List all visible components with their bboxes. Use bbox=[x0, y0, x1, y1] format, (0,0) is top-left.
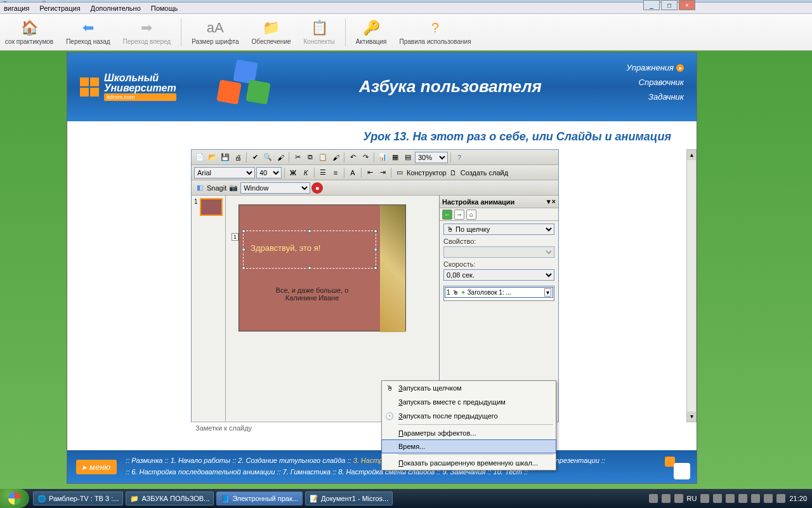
taskbar-item[interactable]: 📘Электронный прак... bbox=[216, 491, 303, 505]
system-tray[interactable]: RU 21:20 bbox=[649, 494, 812, 503]
tray-icon[interactable] bbox=[674, 494, 683, 503]
zoom-select[interactable]: 30% bbox=[415, 152, 448, 163]
item-dropdown-icon[interactable]: ▾ bbox=[544, 288, 551, 297]
tray-icon[interactable] bbox=[649, 494, 658, 503]
paste-icon[interactable]: 📋 bbox=[317, 152, 329, 163]
start-button[interactable] bbox=[0, 489, 29, 508]
indent-right-icon[interactable]: ⇥ bbox=[377, 167, 388, 178]
tray-icon[interactable] bbox=[662, 494, 671, 503]
main-toolbar: 🏠сок практикумов⬅Переход назад➡Переход в… bbox=[0, 14, 812, 51]
menu-item[interactable]: Помощь bbox=[148, 4, 181, 13]
snagit-capture-icon[interactable]: 📷 bbox=[228, 182, 239, 194]
banner-link[interactable]: Справочник bbox=[639, 77, 684, 87]
constructor-button[interactable]: Конструктор bbox=[407, 169, 447, 177]
save-icon[interactable]: 💾 bbox=[219, 152, 231, 163]
menu-item[interactable]: вигация bbox=[1, 4, 32, 13]
taskpane-dropdown-icon[interactable]: ▾ bbox=[547, 197, 551, 206]
clock[interactable]: 21:20 bbox=[789, 495, 807, 502]
windows-taskbar[interactable]: 🌐Рамблер-TV : ТВ 3 :...📁АЗБУКА ПОЛЬЗОВ..… bbox=[0, 489, 812, 508]
bullets-icon[interactable]: ☰ bbox=[317, 167, 329, 178]
tray-icon[interactable] bbox=[726, 494, 735, 503]
speed-select[interactable]: 0,08 сек. bbox=[443, 269, 554, 281]
menu-item[interactable]: Регистрация bbox=[37, 4, 82, 13]
bold-icon[interactable]: Ж bbox=[287, 167, 299, 178]
tray-icon[interactable] bbox=[764, 494, 773, 503]
tray-icon[interactable] bbox=[776, 494, 785, 503]
context-menu-item[interactable]: 🕒Запускать после предыдущего bbox=[382, 409, 556, 423]
thumb-slide[interactable] bbox=[200, 198, 223, 216]
slide-thumbnails[interactable]: 1 bbox=[192, 196, 226, 422]
taskbar-item[interactable]: 🌐Рамблер-TV : ТВ 3 :... bbox=[33, 491, 123, 505]
taskbar-item[interactable]: 📝Документ1 - Micros... bbox=[305, 491, 393, 505]
open-icon[interactable]: 📂 bbox=[207, 152, 218, 163]
anim-list[interactable]: 1 🖱 ✦ Заголовок 1: ... ▾ bbox=[443, 286, 554, 301]
toolbar-button[interactable]: 🔑Активация bbox=[353, 18, 390, 46]
ppt-standard-toolbar: 📄 📂 💾 🖨 ✔ 🔍 🖌 ✂ ⧉ 📋 🖌 ↶ ↷ 📊 ▦ ▤ 30% ? bbox=[192, 150, 558, 165]
context-menu-item[interactable]: Запускать вместе с предыдущим bbox=[382, 395, 556, 409]
toolbar-button[interactable]: aAРазмер шрифта bbox=[189, 18, 241, 46]
maximize-button[interactable]: □ bbox=[661, 0, 678, 10]
undo-icon[interactable]: ↶ bbox=[347, 152, 358, 163]
font-size-select[interactable]: 40 bbox=[256, 167, 282, 178]
new-icon[interactable]: 📄 bbox=[194, 152, 206, 163]
minimize-button[interactable]: _ bbox=[643, 0, 660, 10]
tray-icon[interactable] bbox=[700, 494, 709, 503]
context-menu-item[interactable]: 🖱Запускать щелчком bbox=[382, 381, 556, 395]
scroll-down-icon[interactable]: ▾ bbox=[687, 411, 696, 422]
cut-icon[interactable]: ✂ bbox=[292, 152, 303, 163]
snagit-window-select[interactable]: Window bbox=[240, 182, 310, 194]
banner-link[interactable]: Задачник bbox=[648, 92, 684, 102]
taskpane-close-icon[interactable]: × bbox=[552, 197, 556, 206]
help-icon[interactable]: ? bbox=[454, 152, 465, 163]
print-icon[interactable]: 🖨 bbox=[232, 152, 244, 163]
numbering-icon[interactable]: ≡ bbox=[330, 167, 341, 178]
slide-subtitle-text[interactable]: Все, и даже больше, о Калинине Иване bbox=[265, 286, 360, 302]
taskpane-back-icon[interactable]: ← bbox=[442, 210, 452, 220]
research-icon[interactable]: 🔍 bbox=[262, 152, 273, 163]
table-icon[interactable]: ▦ bbox=[390, 152, 401, 163]
toolbar-button[interactable]: 🏠сок практикумов bbox=[3, 18, 56, 46]
toolbar-button[interactable]: ➡Переход вперед bbox=[121, 18, 174, 46]
taskpane-fwd-icon[interactable]: → bbox=[454, 210, 464, 220]
context-menu-item[interactable]: Время... bbox=[381, 439, 556, 453]
menu-button[interactable]: ▸ меню bbox=[76, 460, 117, 474]
tray-icon[interactable] bbox=[713, 494, 722, 503]
toolbar-button[interactable]: ?Правила использования bbox=[397, 18, 474, 46]
taskbar-item[interactable]: 📁АЗБУКА ПОЛЬЗОВ... bbox=[126, 491, 214, 505]
context-menu-item[interactable]: Показать расширенную временную шкал... bbox=[382, 456, 556, 470]
content-scrollbar[interactable]: ▴ ▾ bbox=[686, 149, 697, 422]
taskpane-home-icon[interactable]: ⌂ bbox=[466, 210, 476, 220]
new-slide-icon[interactable]: 🗋 bbox=[448, 167, 459, 178]
copy-format-icon[interactable]: 🖌 bbox=[275, 152, 286, 163]
start-select[interactable]: 🖱 По щелчку bbox=[443, 224, 554, 235]
grid-icon[interactable]: ▤ bbox=[402, 152, 414, 163]
context-menu-item[interactable]: Параметры эффектов... bbox=[382, 426, 556, 440]
font-larger-icon[interactable]: A bbox=[347, 167, 358, 178]
chart-icon[interactable]: 📊 bbox=[377, 152, 388, 163]
italic-icon[interactable]: К bbox=[300, 167, 311, 178]
menu-item[interactable]: Дополнительно bbox=[88, 4, 143, 13]
toolbar-button[interactable]: 📋Конспекты bbox=[301, 18, 337, 46]
snagit-icon[interactable]: ◧ bbox=[194, 182, 206, 194]
tray-icon[interactable] bbox=[751, 494, 760, 503]
anim-list-item[interactable]: 1 🖱 ✦ Заголовок 1: ... ▾ bbox=[445, 287, 553, 298]
toolbar-button[interactable]: 📁Обеспечение bbox=[249, 18, 294, 46]
property-select[interactable] bbox=[443, 246, 554, 258]
close-button[interactable]: × bbox=[679, 0, 695, 10]
format-painter-icon[interactable]: 🖌 bbox=[330, 152, 341, 163]
copy-icon[interactable]: ⧉ bbox=[304, 152, 316, 163]
font-select[interactable]: Arial bbox=[194, 167, 255, 178]
banner-link[interactable]: Упражнения ▸ bbox=[626, 63, 684, 72]
tray-icon[interactable] bbox=[738, 494, 747, 503]
spell-icon[interactable]: ✔ bbox=[249, 152, 261, 163]
slide[interactable]: 1 Здравствуй, это я! Все, и даже больше,… bbox=[239, 204, 406, 331]
toolbar-button[interactable]: ⬅Переход назад bbox=[63, 18, 112, 46]
slide-title-text[interactable]: Здравствуй, это я! bbox=[251, 243, 320, 253]
snagit-rec-icon[interactable]: ● bbox=[311, 182, 323, 194]
redo-icon[interactable]: ↷ bbox=[360, 152, 371, 163]
design-icon[interactable]: ▭ bbox=[394, 167, 405, 178]
indent-left-icon[interactable]: ⇤ bbox=[364, 167, 376, 178]
language-indicator[interactable]: RU bbox=[687, 495, 697, 502]
new-slide-button[interactable]: Создать слайд bbox=[461, 169, 508, 177]
scroll-up-icon[interactable]: ▴ bbox=[687, 150, 696, 160]
